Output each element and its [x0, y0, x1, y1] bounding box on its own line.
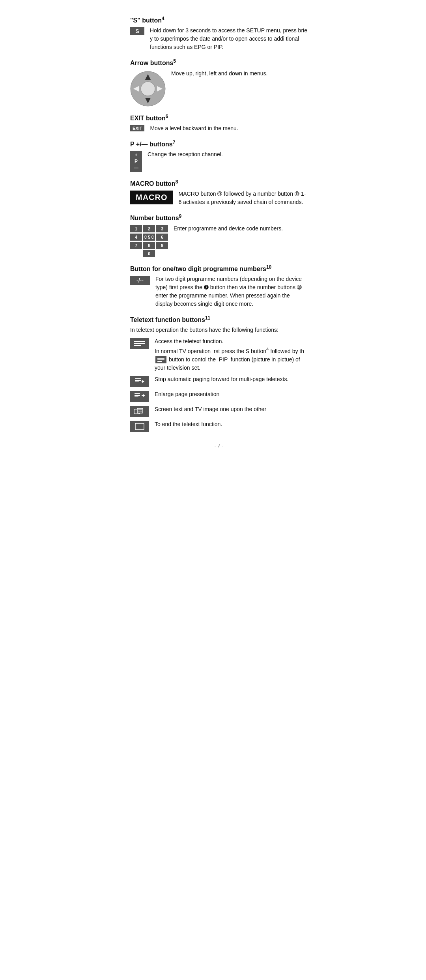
macro-button[interactable]: MACRO [130, 191, 173, 204]
svg-rect-21 [143, 394, 144, 397]
number-buttons-section: Number buttons9 1 2 3 4 5 6 7 8 9 0 [130, 213, 308, 257]
exit-button[interactable]: EXIT [130, 125, 144, 131]
s-button-section: "S" button4 S Hold down for 3 seconds to… [130, 16, 308, 51]
number-grid-zero: 0 [130, 250, 168, 257]
teletext-subtitle: In teletext operation the buttons have t… [130, 326, 308, 334]
svg-rect-26 [135, 423, 144, 430]
macro-button-desc: MACRO button ➈ followed by a number butt… [179, 190, 308, 206]
num-btn-7[interactable]: 7 [130, 242, 142, 249]
teletext-item-5: To end the teletext function. [130, 420, 308, 432]
svg-rect-11 [157, 361, 162, 362]
teletext-title: Teletext function buttons11 [130, 315, 308, 324]
exit-button-section: EXIT button6 EXIT Move a level backward … [130, 114, 308, 133]
teletext-icon-3-svg [133, 393, 146, 400]
s-button-row: S Hold down for 3 seconds to access the … [130, 26, 308, 51]
exit-button-title: EXIT button6 [130, 114, 308, 122]
svg-rect-17 [135, 393, 140, 394]
teletext-icon-3[interactable] [130, 391, 149, 402]
svg-rect-16 [142, 381, 142, 382]
p-buttons-title: P +/— buttons7 [130, 140, 308, 148]
svg-rect-10 [157, 359, 164, 360]
svg-rect-9 [157, 358, 164, 359]
teletext-item-2-desc: Stop automatic paging forward for multi-… [155, 375, 308, 383]
macro-button-title: MACRO button8 [130, 179, 308, 187]
svg-rect-25 [138, 411, 142, 411]
arrow-buttons-section: Arrow buttons5 Move up, right, left and … [130, 58, 308, 106]
teletext-icon-2[interactable] [130, 376, 149, 387]
teletext-icon-5[interactable] [130, 421, 149, 432]
s-button-desc: Hold down for 3 seconds to access the SE… [150, 26, 308, 51]
num-btn-3[interactable]: 3 [156, 225, 168, 232]
teletext-item-1: Access the teletext function. In normal … [130, 337, 308, 372]
teletext-icon-2-svg [133, 378, 146, 385]
svg-marker-15 [142, 380, 144, 383]
macro-button-section: MACRO button8 MACRO MACRO button ➈ follo… [130, 179, 308, 206]
num-btn-5[interactable]: 5 [143, 234, 155, 241]
teletext-icon-1[interactable] [130, 338, 149, 349]
macro-button-row: MACRO MACRO button ➈ followed by a numbe… [130, 190, 308, 206]
p-buttons-section: P +/— buttons7 + P — Change the receptio… [130, 140, 308, 172]
teletext-item-5-desc: To end the teletext function. [155, 420, 308, 428]
p-buttons-desc: Change the reception channel. [148, 150, 308, 159]
teletext-icon-5-svg [133, 423, 146, 430]
number-buttons-grid: 1 2 3 4 5 6 7 8 9 0 [130, 224, 168, 257]
arrow-buttons-desc: Move up, right, left and down in menus. [171, 69, 308, 78]
svg-rect-19 [135, 396, 138, 397]
s-button[interactable]: S [130, 27, 144, 35]
empty-cell-left [130, 250, 142, 257]
arrow-buttons-icon[interactable] [130, 71, 166, 107]
number-buttons-desc: Enter programme and device code numbers. [174, 224, 308, 233]
arrow-buttons-row: Move up, right, left and down in menus. [130, 69, 308, 107]
svg-rect-24 [138, 410, 142, 410]
digit-button-row: -/-- For two digit programme numbers (de… [130, 275, 308, 308]
teletext-icon-4[interactable] [130, 406, 149, 417]
exit-button-row: EXIT Move a level backward in the menu. [130, 124, 308, 133]
page-divider [130, 440, 308, 440]
num-btn-6[interactable]: 6 [156, 234, 168, 241]
exit-button-desc: Move a level backward in the menu. [150, 124, 308, 133]
svg-rect-13 [135, 380, 141, 381]
dot-right [151, 236, 154, 239]
svg-rect-8 [134, 345, 141, 346]
num-btn-2[interactable]: 2 [143, 225, 155, 232]
teletext-item-4-desc: Screen text and TV image one upon the ot… [155, 405, 308, 413]
arrow-buttons-title: Arrow buttons5 [130, 58, 308, 67]
digit-button-title: Button for one/two digit programme numbe… [130, 264, 308, 273]
inline-text-icon [155, 356, 166, 363]
svg-rect-6 [134, 341, 145, 342]
teletext-section: Teletext function buttons11 In teletext … [130, 315, 308, 432]
number-buttons-title: Number buttons9 [130, 213, 308, 222]
teletext-item-2: Stop automatic paging forward for multi-… [130, 375, 308, 387]
num-btn-1[interactable]: 1 [130, 225, 142, 232]
num-btn-4[interactable]: 4 [130, 234, 142, 241]
p-button[interactable]: + P — [130, 151, 142, 172]
num-btn-0[interactable]: 0 [143, 250, 155, 257]
teletext-item-3: Enlarge page presentation [130, 390, 308, 402]
teletext-item-1-desc: Access the teletext function. In normal … [155, 337, 308, 372]
num-btn-8[interactable]: 8 [143, 242, 155, 249]
empty-cell-right [156, 250, 168, 257]
page-number: - 7 - [130, 443, 308, 449]
teletext-icon-4-svg [133, 408, 146, 415]
num-btn-9[interactable]: 9 [156, 242, 168, 249]
teletext-item-3-desc: Enlarge page presentation [155, 390, 308, 398]
digit-button-desc: For two digit programme numbers (dependi… [155, 275, 308, 308]
svg-rect-12 [135, 378, 141, 379]
dot-left [144, 236, 147, 239]
number-grid-top: 1 2 3 4 5 6 7 8 9 [130, 225, 168, 249]
svg-rect-18 [135, 395, 140, 396]
s-button-title: "S" button4 [130, 16, 308, 24]
p-buttons-row: + P — Change the reception channel. [130, 150, 308, 172]
dash-button[interactable]: -/-- [130, 276, 150, 285]
svg-rect-7 [134, 343, 145, 344]
digit-button-section: Button for one/two digit programme numbe… [130, 264, 308, 308]
svg-point-1 [141, 82, 155, 96]
svg-rect-14 [135, 382, 139, 382]
number-buttons-row: 1 2 3 4 5 6 7 8 9 0 Enter programme an [130, 224, 308, 257]
teletext-icon-1-svg [133, 340, 146, 348]
teletext-item-4: Screen text and TV image one upon the ot… [130, 405, 308, 417]
